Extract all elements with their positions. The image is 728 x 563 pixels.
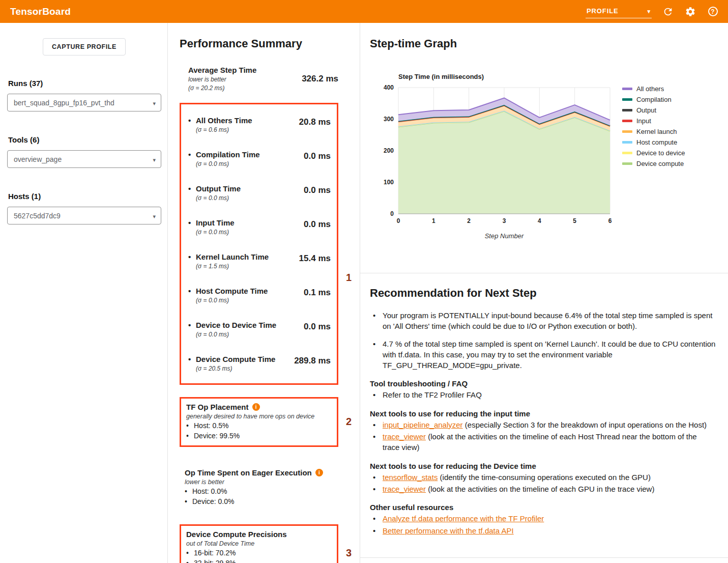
svg-text:2: 2 [467,217,471,224]
legend-swatch [622,98,632,101]
precisions-items: 16-bit: 70.2%32-bit: 29.8% [186,549,331,563]
metric-value: 15.4 ms [299,254,331,270]
bullet-icon [188,150,196,159]
legend-label: Device compute [636,160,684,167]
precisions-title: Device Compute Precisions [186,530,287,539]
annotation-number-3: 3 [346,547,352,559]
bullet-icon [188,355,196,363]
dashboard-selector-value: PROFILE [587,7,619,15]
legend-swatch [622,162,632,165]
precisions-box: Device Compute Precisions out of Total D… [180,524,338,563]
tools-label: Tools (6) [8,135,161,144]
tf-op-placement-box: TF Op Placement generally desired to hav… [180,397,338,447]
bullet-icon [188,287,196,295]
chevron-down-icon [648,7,651,15]
runs-select[interactable]: bert_squad_8gpu_fp16_pvt_thd [7,94,161,111]
recommendation-item-text: trace_viewer (look at the activities on … [383,431,716,453]
legend-item: Compilation [622,96,685,103]
metric-sigma: (σ = 0.0 ms) [196,229,235,236]
runs-label: Runs (37) [8,79,161,88]
average-step-time-sigma: (σ = 20.2 ms) [188,85,256,92]
metric-sigma: (σ = 0.0 ms) [196,331,276,338]
step-time-chart: 01002003004000123456Step Number [370,83,615,241]
info-icon[interactable] [315,469,323,476]
precisions-title-row: Device Compute Precisions [186,530,331,539]
metric-sigma: (σ = 0.6 ms) [196,126,252,133]
svg-text:3: 3 [503,217,506,224]
bullet-icon [188,218,196,227]
tools-select-value: overview_page [14,155,62,163]
metric-label: Device Compute Time [196,355,275,363]
recommendation-section-heading: Other useful resources [370,503,716,512]
annotation-number-1: 1 [346,272,352,284]
recommendation-item: Analyze tf.data performance with the TF … [370,513,716,524]
bullet-text: Host: 0.0% [192,487,227,496]
legend-swatch [622,130,632,133]
metric-sigma: (σ = 0.0 ms) [196,297,268,304]
recommendation-link[interactable]: trace_viewer [383,432,426,441]
legend-swatch [622,152,632,154]
legend-item: Host compute [622,139,685,146]
legend-item: Output [622,107,685,114]
legend-label: Device to device [636,150,685,156]
legend-label: Kernel launch [636,128,677,135]
info-icon[interactable] [252,403,260,411]
eager-execution-block: Op Time Spent on Eager Execution lower i… [180,468,338,506]
legend-label: Output [636,107,656,114]
recommendation-link[interactable]: Better performance with the tf.data API [383,526,514,535]
recommendation-text-segment: (identify the time-consuming operations … [438,473,651,482]
legend-item: Device to device [622,150,685,156]
metric-row: Device to Device Time(σ = 0.0 ms)0.0 ms [188,312,331,346]
recommendation-sections: Tool troubleshooting / FAQRefer to the T… [370,379,716,536]
app-title: TensorBoard [10,6,71,17]
bullet-icon [188,184,196,193]
recommendation-section-heading: Next tools to use for reducing the Devic… [370,462,716,470]
help-icon[interactable] [707,6,719,18]
svg-text:300: 300 [384,116,394,123]
tf-op-placement-title: TF Op Placement [186,403,249,411]
legend-item: Kernel launch [622,128,685,135]
recommendation-item-text: tensorflow_stats (identify the time-cons… [383,472,651,483]
settings-gear-icon[interactable] [684,6,696,18]
svg-text:5: 5 [573,217,576,224]
tools-select[interactable]: overview_page [7,150,161,168]
dashboard-selector[interactable]: PROFILE [586,5,652,18]
bullet-icon [188,321,196,329]
recommendation-item-text: trace_viewer (look at the activities on … [383,484,654,494]
legend-swatch [622,120,632,122]
recommendation-link[interactable]: Analyze tf.data performance with the TF … [383,514,544,523]
tf-op-placement-title-row: TF Op Placement [186,403,331,411]
hosts-select[interactable]: 5627c5dd7dc9 [7,207,161,224]
svg-text:200: 200 [384,147,394,154]
bullet-icon [373,472,381,483]
performance-summary-panel: Performance Summary Average Step Time lo… [168,23,360,563]
hosts-select-value: 5627c5dd7dc9 [14,212,61,220]
bullet-icon [186,549,194,557]
bullet-item: Host: 0.0% [185,487,338,496]
recommendation-card: Recommendation for Next Step Your progra… [360,273,728,558]
bullet-icon [373,484,381,494]
metric-value: 289.8 ms [294,356,331,372]
metric-value: 20.8 ms [299,117,331,133]
recommendation-link[interactable]: trace_viewer [383,485,426,493]
legend-swatch [622,141,632,144]
capture-profile-button[interactable]: CAPTURE PROFILE [43,38,126,55]
bullet-item: 32-bit: 29.8% [186,559,331,563]
bullet-icon [373,419,381,430]
recommendation-bullet: Your program is POTENTIALLY input-bound … [370,310,716,332]
recommendation-item: Refer to the TF2 Profiler FAQ [370,389,716,400]
metric-value: 0.0 ms [304,185,331,202]
recommendation-link[interactable]: tensorflow_stats [383,473,438,482]
svg-text:Step Number: Step Number [485,232,524,240]
recommendation-bullet: 4.7 % of the total step time sampled is … [370,339,716,371]
svg-text:1: 1 [432,217,435,224]
reload-icon[interactable] [662,6,674,18]
recommendation-item: Better performance with the tf.data API [370,525,716,536]
chart-area: 01002003004000123456Step Number All othe… [370,83,728,241]
recommendation-section-heading: Next tools to use for reducing the input… [370,409,716,418]
recommendation-bullets: Your program is POTENTIALLY input-bound … [370,310,716,371]
average-step-time-value: 326.2 ms [302,74,338,84]
bullet-icon [185,487,192,496]
recommendation-link[interactable]: input_pipeline_analyzer [383,420,463,429]
toolbar-actions: PROFILE [586,5,719,18]
